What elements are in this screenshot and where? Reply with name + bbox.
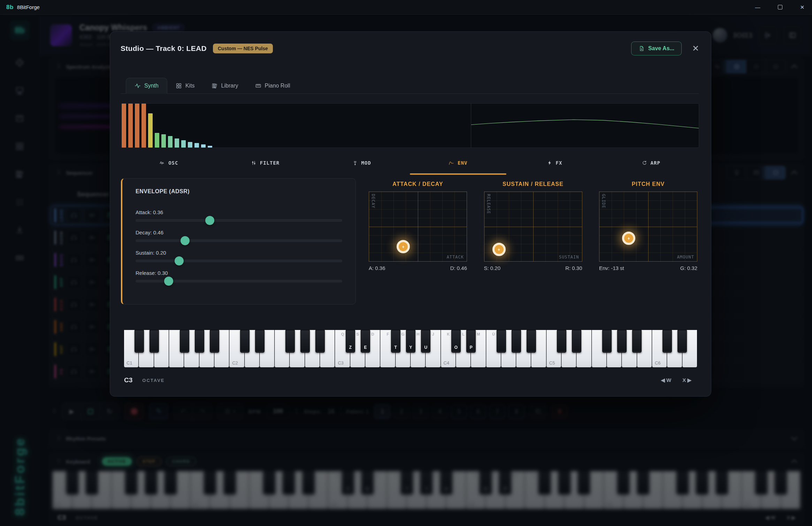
black-key[interactable] xyxy=(632,330,642,353)
black-key[interactable]: O xyxy=(451,330,461,353)
key-hint-label: Q xyxy=(341,332,344,336)
tab-kits[interactable]: Kits xyxy=(167,78,203,93)
black-key[interactable] xyxy=(240,330,250,353)
app-logo: 8b xyxy=(6,4,14,11)
pad-y-axis-label: RELEASE xyxy=(486,194,491,214)
xy-pad-pitch-env: PITCH ENVGLIDEAMOUNTEnv: -13 stG: 0.32 xyxy=(599,181,697,271)
black-key[interactable] xyxy=(195,330,204,353)
harmonic-bar xyxy=(181,140,186,148)
harmonic-bar xyxy=(175,138,179,148)
key-hint-label: K xyxy=(447,332,450,336)
subtab-osc[interactable]: OSC xyxy=(121,157,217,175)
black-key[interactable] xyxy=(617,330,627,353)
octave-down-button[interactable]: ◀ W xyxy=(661,377,671,383)
minimize-button[interactable]: — xyxy=(754,4,761,11)
app-window: 8b 8BitForge — ✕ 8b 8bitForge Canopy Whi… xyxy=(0,0,812,526)
black-key[interactable]: Z xyxy=(346,330,355,353)
xy-pads: ATTACK / DECAYDECAYATTACKA: 0.36D: 0.46S… xyxy=(369,181,697,271)
pad-grid[interactable]: DECAYATTACK xyxy=(369,191,467,262)
waveform-preview xyxy=(471,104,699,148)
black-key[interactable] xyxy=(662,330,672,353)
pad-puck[interactable] xyxy=(622,232,635,245)
black-key[interactable] xyxy=(572,330,581,353)
octave-up-button[interactable]: X ▶ xyxy=(682,377,691,383)
mod-icon xyxy=(352,160,358,166)
black-key[interactable]: P xyxy=(466,330,476,353)
slider-label: Decay: 0.46 xyxy=(136,230,342,235)
subtab-env[interactable]: ENV xyxy=(410,157,506,175)
key-hint-label: L xyxy=(462,332,465,336)
pad-x-axis-label: SUSTAIN xyxy=(559,255,579,260)
black-key[interactable] xyxy=(210,330,219,353)
envelope-panel-title: ENVELOPE (ADSR) xyxy=(136,188,342,195)
black-key[interactable]: U xyxy=(421,330,430,353)
subtab-fx[interactable]: FX xyxy=(506,157,603,175)
slider-track[interactable] xyxy=(136,280,342,283)
pad-title: SUSTAIN / RELEASE xyxy=(484,181,582,187)
harmonic-bar xyxy=(201,144,206,148)
tab-piano-roll[interactable]: Piano Roll xyxy=(247,78,299,93)
pad-title: ATTACK / DECAY xyxy=(369,181,467,187)
slider-thumb[interactable] xyxy=(164,277,173,286)
subtab-arp[interactable]: ARP xyxy=(603,157,699,175)
save-as-button[interactable]: Save As... xyxy=(631,42,682,55)
subtab-mod[interactable]: MOD xyxy=(313,157,410,175)
key-hint-label: S xyxy=(357,332,359,336)
harmonic-bar xyxy=(155,133,159,148)
black-key[interactable] xyxy=(300,330,310,353)
slider-label: Attack: 0.36 xyxy=(136,209,342,215)
tab-library[interactable]: Library xyxy=(203,78,247,93)
key-hint-label: H xyxy=(417,332,420,336)
black-key[interactable] xyxy=(557,330,566,353)
pad-title: PITCH ENV xyxy=(599,181,697,187)
maximize-button[interactable] xyxy=(776,4,783,11)
black-key[interactable] xyxy=(315,330,325,353)
pad-grid[interactable]: GLIDEAMOUNT xyxy=(599,191,697,262)
black-key[interactable] xyxy=(285,330,295,353)
black-key[interactable] xyxy=(255,330,265,353)
filter-icon xyxy=(251,160,256,166)
black-key[interactable] xyxy=(527,330,536,353)
slider-track[interactable] xyxy=(136,239,342,242)
black-key[interactable] xyxy=(512,330,521,353)
pad-value-left: S: 0.20 xyxy=(484,265,501,271)
pad-puck[interactable] xyxy=(397,240,410,253)
pad-grid[interactable]: RELEASESUSTAIN xyxy=(484,191,582,262)
adsr-slider: Decay: 0.46 xyxy=(136,230,342,242)
key-hint-label: M xyxy=(477,332,480,336)
black-key[interactable]: T xyxy=(391,330,400,353)
slider-thumb[interactable] xyxy=(205,216,214,225)
pad-puck[interactable] xyxy=(492,243,506,256)
arp-icon xyxy=(642,160,647,166)
tab-synth[interactable]: Synth xyxy=(126,78,167,94)
black-key[interactable] xyxy=(180,330,189,353)
black-key[interactable] xyxy=(135,330,144,353)
slider-track[interactable] xyxy=(136,219,342,222)
keyboard-keys: C1C2C3QSDFGHJC4KLMÙC5C6ZETYUOP xyxy=(124,330,697,367)
fx-icon xyxy=(547,160,552,166)
black-key[interactable] xyxy=(602,330,612,353)
black-key[interactable]: Y xyxy=(406,330,415,353)
subtab-filter[interactable]: FILTER xyxy=(217,157,314,175)
close-modal-button[interactable]: ✕ xyxy=(692,44,699,53)
studio-modal: Studio — Track 0: LEAD Custom — NES Puls… xyxy=(110,31,711,397)
black-key[interactable] xyxy=(150,330,159,353)
osc-icon xyxy=(159,160,165,166)
harmonic-bar xyxy=(194,143,199,148)
octave-value: C3 xyxy=(124,376,132,384)
key-hint-label: J xyxy=(432,332,434,336)
harmonic-bar xyxy=(161,134,166,148)
slider-thumb[interactable] xyxy=(181,236,190,245)
env-icon xyxy=(449,160,454,166)
tab-label: Synth xyxy=(144,83,159,89)
key-hint-label: G xyxy=(401,332,405,336)
slider-thumb[interactable] xyxy=(175,256,184,265)
black-key[interactable] xyxy=(497,330,506,353)
octave-key-label: C6 xyxy=(655,360,661,366)
window-controls: — ✕ xyxy=(754,4,806,11)
slider-track[interactable] xyxy=(136,260,342,262)
close-window-button[interactable]: ✕ xyxy=(799,4,806,11)
black-key[interactable]: E xyxy=(361,330,370,353)
black-key[interactable] xyxy=(677,330,687,353)
synth-section-tabs: OSCFILTERMODENVFXARP xyxy=(121,157,699,175)
